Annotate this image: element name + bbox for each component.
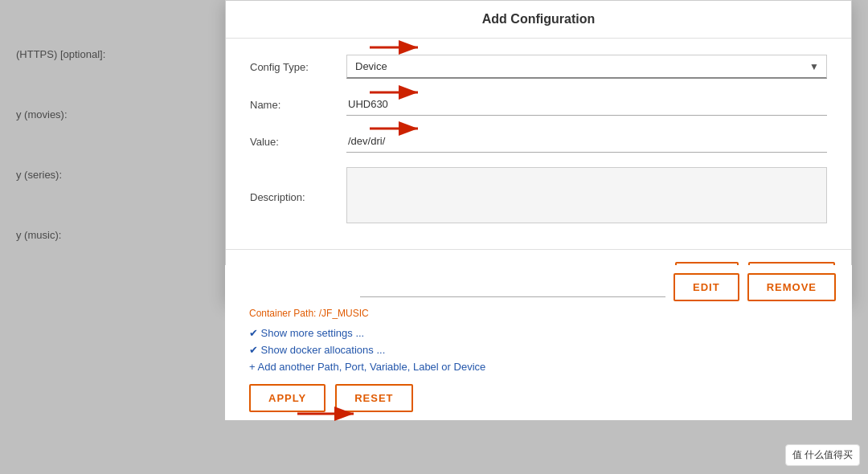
add-another-text: + Add another Path, Port, Variable, Labe…	[249, 361, 485, 373]
value-label: Value:	[250, 136, 346, 148]
watermark-text: 值 什么值得买	[792, 448, 853, 462]
description-textarea[interactable]	[346, 167, 827, 223]
value-row: Value:	[250, 130, 827, 153]
action-buttons: APPLY RESET	[241, 384, 836, 412]
config-type-field: Device ▼	[346, 55, 827, 79]
value-input[interactable]	[346, 130, 827, 153]
container-path: Container Path: /JF_MUSIC	[241, 308, 836, 319]
name-row: Name:	[250, 93, 827, 116]
config-type-select[interactable]: Device	[346, 55, 827, 79]
reset-button[interactable]: RESET	[335, 384, 412, 412]
modal-header: Add Configuration	[226, 1, 851, 39]
description-label: Description:	[250, 191, 346, 203]
add-configuration-modal: Add Configuration Config Type: Device ▼ …	[225, 0, 852, 303]
show-docker-link[interactable]: ✔ Show docker allocations ...	[241, 344, 836, 356]
modal-title: Add Configuration	[482, 12, 595, 26]
apply-button[interactable]: APPLY	[249, 384, 326, 412]
name-field	[346, 93, 827, 116]
name-label: Name:	[250, 99, 346, 111]
description-row: Description:	[250, 167, 827, 227]
music-row: EDIT REMOVE	[241, 273, 836, 301]
remove-button[interactable]: REMOVE	[747, 273, 836, 301]
description-field	[346, 167, 827, 227]
config-type-row: Config Type: Device ▼	[250, 55, 827, 79]
modal-body: Config Type: Device ▼ Name: Value: Des	[226, 39, 851, 249]
config-type-label: Config Type:	[250, 61, 346, 73]
edit-button[interactable]: EDIT	[674, 273, 739, 301]
bottom-section: EDIT REMOVE Container Path: /JF_MUSIC ✔ …	[225, 265, 852, 420]
value-field	[346, 130, 827, 153]
name-input[interactable]	[346, 93, 827, 116]
add-another-link[interactable]: + Add another Path, Port, Variable, Labe…	[241, 361, 836, 373]
show-more-link[interactable]: ✔ Show more settings ...	[241, 327, 836, 339]
watermark: 值 什么值得买	[785, 444, 860, 466]
music-path-input[interactable]	[360, 278, 665, 297]
